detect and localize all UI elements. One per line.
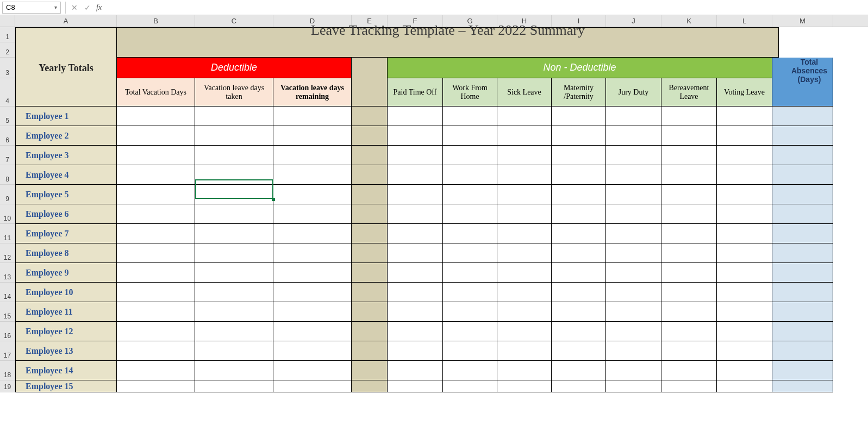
cell-i7[interactable] — [552, 146, 606, 165]
cell-h10[interactable] — [497, 204, 552, 224]
cell-i11[interactable] — [552, 224, 606, 243]
cell-i5[interactable] — [552, 107, 606, 126]
cell-f14[interactable] — [388, 283, 443, 302]
cell-g6[interactable] — [443, 126, 497, 146]
cell-f19[interactable] — [388, 380, 443, 392]
cell-j16[interactable] — [606, 322, 661, 341]
row-header-17[interactable]: 17 — [0, 341, 15, 361]
employee-name[interactable]: Employee 12 — [15, 322, 117, 341]
cell-i14[interactable] — [552, 283, 606, 302]
cell-k11[interactable] — [661, 224, 717, 243]
cell-c6[interactable] — [195, 126, 273, 146]
cell-m19[interactable] — [772, 380, 833, 392]
employee-name[interactable]: Employee 9 — [15, 263, 117, 283]
row-header-18[interactable]: 18 — [0, 361, 15, 380]
cell-d14[interactable] — [273, 283, 352, 302]
cell-d7[interactable] — [273, 146, 352, 165]
row-header-11[interactable]: 11 — [0, 224, 15, 243]
cell-h18[interactable] — [497, 361, 552, 380]
cell-m11[interactable] — [772, 224, 833, 243]
cell-g17[interactable] — [443, 341, 497, 361]
cell-h13[interactable] — [497, 263, 552, 283]
employee-name[interactable]: Employee 5 — [15, 185, 117, 204]
employee-name[interactable]: Employee 4 — [15, 165, 117, 185]
cell-l6[interactable] — [717, 126, 772, 146]
cell-j7[interactable] — [606, 146, 661, 165]
cell-i16[interactable] — [552, 322, 606, 341]
cell-l19[interactable] — [717, 380, 772, 392]
cell-i12[interactable] — [552, 243, 606, 263]
cell-m6[interactable] — [772, 126, 833, 146]
cell-i15[interactable] — [552, 302, 606, 322]
cell-b9[interactable] — [117, 185, 195, 204]
cell-m16[interactable] — [772, 322, 833, 341]
row-header-8[interactable]: 8 — [0, 165, 15, 185]
employee-name[interactable]: Employee 2 — [15, 126, 117, 146]
cell-f10[interactable] — [388, 204, 443, 224]
cell-c7[interactable] — [195, 146, 273, 165]
cell-b7[interactable] — [117, 146, 195, 165]
cell-f17[interactable] — [388, 341, 443, 361]
row-header-4[interactable]: 4 — [0, 78, 15, 107]
cell-i8[interactable] — [552, 165, 606, 185]
cell-b16[interactable] — [117, 322, 195, 341]
row-header-5[interactable]: 5 — [0, 107, 15, 126]
cell-g7[interactable] — [443, 146, 497, 165]
cell-m17[interactable] — [772, 341, 833, 361]
cell-b18[interactable] — [117, 361, 195, 380]
cell-d5[interactable] — [273, 107, 352, 126]
cell-g11[interactable] — [443, 224, 497, 243]
employee-name[interactable]: Employee 3 — [15, 146, 117, 165]
enter-icon[interactable]: ✓ — [84, 3, 91, 12]
col-header-D[interactable]: D — [273, 15, 352, 27]
cell-d11[interactable] — [273, 224, 352, 243]
row-header-2[interactable]: 2 — [0, 42, 15, 58]
row-header-6[interactable]: 6 — [0, 126, 15, 146]
cell-l13[interactable] — [717, 263, 772, 283]
cell-b15[interactable] — [117, 302, 195, 322]
cell-c11[interactable] — [195, 224, 273, 243]
employee-name[interactable]: Employee 11 — [15, 302, 117, 322]
cell-g15[interactable] — [443, 302, 497, 322]
cell-i10[interactable] — [552, 204, 606, 224]
cell-h12[interactable] — [497, 243, 552, 263]
employee-name[interactable]: Employee 15 — [15, 380, 117, 392]
cell-l5[interactable] — [717, 107, 772, 126]
employee-name[interactable]: Employee 14 — [15, 361, 117, 380]
cell-g12[interactable] — [443, 243, 497, 263]
cell-d6[interactable] — [273, 126, 352, 146]
cell-f15[interactable] — [388, 302, 443, 322]
cell-k8[interactable] — [661, 165, 717, 185]
cell-b19[interactable] — [117, 380, 195, 392]
col-header-K[interactable]: K — [661, 15, 717, 27]
cell-f13[interactable] — [388, 263, 443, 283]
col-header-E[interactable]: E — [352, 15, 388, 27]
row-header-1[interactable]: 1 — [0, 27, 15, 42]
cell-c9[interactable] — [195, 185, 273, 204]
cell-i18[interactable] — [552, 361, 606, 380]
cell-g10[interactable] — [443, 204, 497, 224]
cell-d18[interactable] — [273, 361, 352, 380]
cell-g9[interactable] — [443, 185, 497, 204]
cell-l14[interactable] — [717, 283, 772, 302]
formula-input[interactable] — [104, 2, 868, 14]
cell-l9[interactable] — [717, 185, 772, 204]
cell-f6[interactable] — [388, 126, 443, 146]
cell-k5[interactable] — [661, 107, 717, 126]
cell-b12[interactable] — [117, 243, 195, 263]
cell-k15[interactable] — [661, 302, 717, 322]
fx-icon[interactable]: fx — [94, 3, 104, 12]
cell-i13[interactable] — [552, 263, 606, 283]
cell-c8[interactable] — [195, 165, 273, 185]
cell-l16[interactable] — [717, 322, 772, 341]
col-header-G[interactable]: G — [443, 15, 497, 27]
cell-b17[interactable] — [117, 341, 195, 361]
cell-k14[interactable] — [661, 283, 717, 302]
cell-l7[interactable] — [717, 146, 772, 165]
row-header-15[interactable]: 15 — [0, 302, 15, 322]
cell-c18[interactable] — [195, 361, 273, 380]
row-header-13[interactable]: 13 — [0, 263, 15, 283]
cell-k12[interactable] — [661, 243, 717, 263]
cell-f8[interactable] — [388, 165, 443, 185]
col-header-B[interactable]: B — [117, 15, 195, 27]
